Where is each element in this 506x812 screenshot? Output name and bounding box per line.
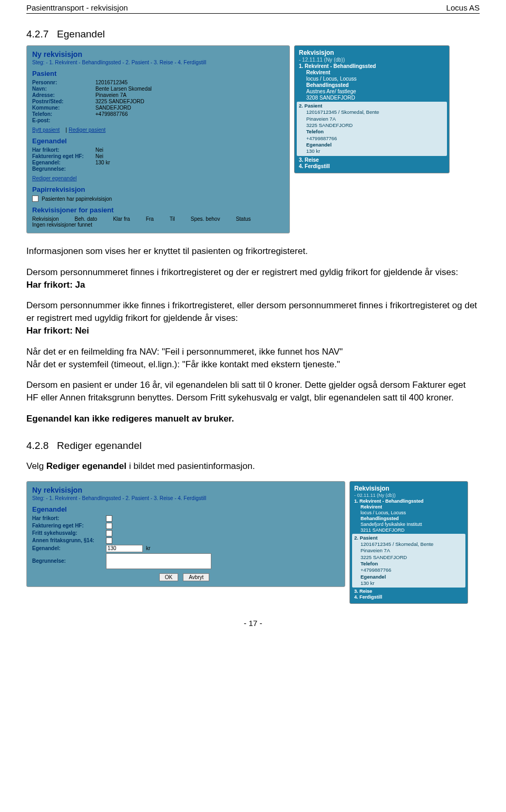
summary-title: Rekvisisjon (354, 485, 463, 492)
p-tel-v: +4799887766 (306, 135, 445, 142)
text: Dersom personnummer ikke finnes i frikor… (26, 300, 477, 323)
label-telefon: Telefon: (32, 111, 95, 117)
value-telefon: +4799887766 (95, 111, 128, 117)
label-egenandel: Egenandel: (32, 545, 106, 551)
text: Dersom personnummeret finnes i frikortre… (26, 267, 458, 277)
label-begrunnelse: Begrunnelse: (32, 166, 95, 172)
step-2-active[interactable]: 2. Pasient 12016712345 / Skomedal, Bente… (297, 102, 447, 156)
section-num: 4.2.7 (26, 28, 48, 40)
paragraph: Dersom personnummeret finnes i frikortre… (26, 266, 480, 291)
left-panel-2: Ny rekvisisjon Steg: - 1. Rekvirent - Be… (26, 481, 345, 587)
th-status: Status (236, 216, 250, 222)
step-3[interactable]: 3. Reise (299, 157, 445, 163)
behandlingssted-v2: 3208 SANDEFJORD (306, 95, 445, 101)
summary-date: - 02.11.11 (Ny (db)) (354, 493, 463, 498)
th-behdato: Beh. dato (75, 216, 98, 222)
th-fra: Fra (146, 216, 154, 222)
egenandel-heading: Egenandel (32, 137, 284, 145)
label-navn: Navn: (32, 86, 95, 92)
rekvirent-v: locus / Locus, Locuss (361, 510, 463, 515)
wizard-steps: Steg: - 1. Rekvirent - Behandlingssted -… (32, 60, 284, 65)
bold-text: Egenandel kan ikke redigeres manuelt av … (26, 414, 234, 424)
text: Når det er systemfeil (timeout, el.lign.… (26, 359, 340, 369)
rediger-egenandel-link[interactable]: Rediger egenandel (32, 175, 77, 181)
rediger-pasient-link[interactable]: Rediger pasient (69, 127, 105, 133)
label-egenandel: Egenandel: (32, 160, 95, 165)
value-frikort: Nei (95, 147, 103, 153)
section-heading-1: 4.2.7 Egenandel (26, 28, 480, 40)
paragraph: Dersom en pasient er under 16 år, vil eg… (26, 379, 480, 404)
step-3[interactable]: 3. Reise (354, 589, 463, 594)
frikort-checkbox[interactable] (106, 515, 112, 522)
egenandel-heading: Egenandel (32, 505, 339, 513)
label-personnr: Personnr: (32, 80, 95, 85)
p-tel-h: Telefon (361, 561, 463, 567)
section-num: 4.2.8 (26, 440, 48, 451)
separator: | (65, 126, 67, 133)
step-2-label: 2. Pasient (299, 103, 445, 109)
label-fakturering: Fakturering eget HF: (32, 523, 106, 529)
value-personnr: 12016712345 (95, 80, 128, 85)
right-summary-panel-2: Rekvisisjon - 02.11.11 (Ny (db)) 1. Rekv… (349, 481, 468, 604)
pasient-heading: Pasient (32, 70, 284, 77)
p-id: 12016712345 / Skomedal, Bente (361, 541, 463, 547)
egenandel-unit: kr (146, 545, 150, 551)
section-title: Rediger egenandel (57, 440, 142, 451)
step-2-label: 2. Pasient (354, 535, 463, 541)
begrunnelse-input[interactable] (106, 553, 211, 569)
value-adresse: Pinaveien 7A (95, 92, 126, 98)
p-addr: Pinaveien 7A (361, 547, 463, 554)
label-adresse: Adresse: (32, 92, 95, 98)
value-egenandel: 130 kr (95, 160, 110, 165)
rekvirent-v: locus / Locus, Locuss (306, 76, 445, 82)
label-fakturering: Fakturering eget HF: (32, 153, 95, 159)
p-eg-v: 130 kr (361, 580, 463, 586)
step-1[interactable]: 1. Rekvirent - Behandlingssted (299, 63, 445, 69)
text: Når det er en feilmelding fra NAV: "Feil… (26, 347, 343, 357)
left-panel: Ny rekvisisjon Steg: - 1. Rekvirent - Be… (26, 45, 290, 233)
behandlingssted-v1: Sandefjord fysikalske Institutt (361, 522, 463, 527)
panel-title: Ny rekvisisjon (32, 50, 284, 58)
egenandel-input[interactable] (106, 545, 143, 552)
p-tel-h: Telefon (306, 129, 445, 135)
annen-checkbox[interactable] (106, 537, 112, 544)
step-4[interactable]: 4. Ferdigstill (299, 163, 445, 169)
fritt-checkbox[interactable] (106, 530, 112, 536)
step-1[interactable]: 1. Rekvirent - Behandlingssted (354, 498, 463, 504)
p-eg-v: 130 kr (306, 148, 445, 154)
p-addr: Pinaveien 7A (306, 116, 445, 122)
fakturering-checkbox[interactable] (106, 523, 112, 529)
behandlingssted-h: Behandlingssted (306, 82, 445, 88)
p-post: 3225 SANDEFJORD (361, 554, 463, 561)
label-postnr: Postnr/Sted: (32, 99, 95, 104)
avbryt-button[interactable]: Avbryt (183, 573, 209, 581)
bold-text: Rediger egenandel (46, 461, 126, 471)
papir-checkbox[interactable] (32, 195, 38, 202)
paragraph: Når det er en feilmelding fra NAV: "Feil… (26, 346, 480, 371)
th-til: Til (170, 216, 175, 222)
page-number: - 17 - (26, 619, 480, 628)
text: i bildet med pasientinformasjon. (126, 461, 255, 471)
ok-button[interactable]: OK (159, 573, 178, 581)
p-eg-h: Egenandel (306, 142, 445, 148)
bytt-pasient-link[interactable]: Bytt pasient (32, 127, 60, 133)
rekvirent-h: Rekvirent (361, 504, 463, 510)
step-2-active[interactable]: 2. Pasient 12016712345 / Skomedal, Bente… (352, 534, 465, 588)
papir-heading: Papirrekvisisjon (32, 185, 284, 193)
rekvirent-h: Rekvirent (306, 70, 445, 75)
summary-title: Rekvisisjon (299, 49, 445, 56)
behandlingssted-h: Behandlingssted (361, 516, 463, 521)
paragraph: Velg Rediger egenandel i bildet med pasi… (26, 460, 480, 473)
value-postnr: 3225 SANDEFJORD (95, 99, 144, 104)
paragraph: Informasjonen som vises her er knyttet t… (26, 245, 480, 258)
label-frikort: Har frikort: (32, 147, 95, 153)
behandlingssted-v2: 3211 SANDEFJORD (361, 527, 463, 533)
p-id: 12016712345 / Skomedal, Bente (306, 109, 445, 115)
step-4[interactable]: 4. Ferdigstill (354, 594, 463, 600)
p-eg-h: Egenandel (361, 574, 463, 580)
value-kommune: SANDEFJORD (95, 105, 131, 111)
header-right: Locus AS (446, 3, 480, 12)
behandlingssted-v1: Austnes Are/ fastlege (306, 89, 445, 94)
th-spes: Spes. behov (191, 216, 220, 222)
label-epost: E-post: (32, 118, 95, 123)
